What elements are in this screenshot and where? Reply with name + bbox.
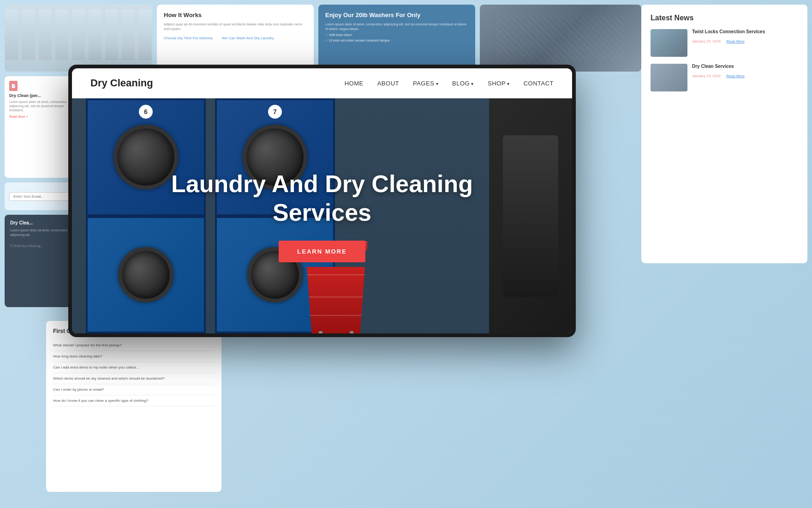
how-item-1: Choose dry Time For Delivery xyxy=(164,36,213,40)
jeans-pattern xyxy=(496,15,625,62)
news-title-2: Dry Clean Services xyxy=(692,64,745,69)
news-content-1: Twist Locks Connection Services January … xyxy=(692,29,765,44)
news-thumb-1 xyxy=(651,29,687,57)
nav-link-shop[interactable]: SHOP xyxy=(488,80,510,87)
bg-footer-panel: Dry Clea... Lorem ipsum dolor sit amet, … xyxy=(5,215,76,307)
shirt-4 xyxy=(55,9,68,60)
main-browser-window: Dry Cleaning HOME ABOUT PAGES BLOG SHOP xyxy=(68,65,576,337)
shirt-8 xyxy=(122,9,135,60)
learn-more-button[interactable]: LEARN MORE xyxy=(279,241,365,262)
news-title-1: Twist Locks Connection Services xyxy=(692,29,765,34)
how-it-works-items: Choose dry Time For Delivery We Can Wash… xyxy=(164,36,307,40)
email-input[interactable] xyxy=(9,192,72,201)
footer-title: Dry Clea... xyxy=(10,220,71,225)
shirt-3 xyxy=(39,9,52,60)
nav-link-contact[interactable]: CONTACT xyxy=(524,80,554,87)
nav-link-pages[interactable]: PAGES xyxy=(413,80,438,87)
washers-body: Lorem ipsum dolor sit amet, consectetur … xyxy=(325,22,468,31)
faq-item-5[interactable]: Can I order by phone or email? xyxy=(53,384,215,395)
bg-latest-news-panel: Latest News Twist Locks Connection Servi… xyxy=(641,5,807,263)
site-logo[interactable]: Dry Cleaning xyxy=(90,77,153,89)
news-content-2: Dry Clean Services January 15, 2020 Read… xyxy=(692,64,745,79)
nav-links-list: HOME ABOUT PAGES BLOG SHOP CONTACT xyxy=(345,79,554,87)
window-inner: Dry Cleaning HOME ABOUT PAGES BLOG SHOP xyxy=(72,68,572,333)
hero-title: Laundry And Dry CleaningServices xyxy=(171,169,473,227)
shirts-display xyxy=(5,5,152,72)
nav-link-home[interactable]: HOME xyxy=(345,80,364,87)
shirt-7 xyxy=(105,9,118,60)
news-date-1: January 15, 2020 xyxy=(692,39,721,43)
news-thumb-2 xyxy=(651,64,687,91)
news-link-1[interactable]: Read More xyxy=(726,39,745,43)
faq-item-2[interactable]: How long does cleaning take? xyxy=(53,351,215,362)
nav-item-shop[interactable]: SHOP xyxy=(488,79,510,87)
bg-shirts-panel xyxy=(5,5,152,72)
basket-body xyxy=(301,260,370,333)
dry-clean-title: Dry Clean (per... xyxy=(9,93,72,98)
news-link-2[interactable]: Read More xyxy=(726,74,745,78)
check-2: Ut enim ad minim veniam hendrerit tempor xyxy=(325,39,468,42)
how-it-works-title: How It Works xyxy=(164,12,307,18)
machine-number-6: 6 xyxy=(139,105,153,119)
faq-item-4[interactable]: Which items should be dry cleaned and wh… xyxy=(53,373,215,384)
how-item-2: We Can Wash And Dry Laundry xyxy=(222,36,274,40)
nav-link-blog[interactable]: BLOG xyxy=(452,80,474,87)
nav-item-blog[interactable]: BLOG xyxy=(452,79,474,87)
shirt-9 xyxy=(138,9,151,60)
choose-dry-label: Choose dry Time For Delivery xyxy=(164,36,213,40)
shirt-6 xyxy=(89,9,102,60)
basket-leg-left xyxy=(319,331,322,333)
machine-number-7: 7 xyxy=(268,105,282,119)
hero-content: Laundry And Dry CleaningServices LEARN M… xyxy=(171,169,473,263)
faq-item-1[interactable]: What should I prepare for the first pick… xyxy=(53,340,215,351)
check-1: Velit esse cillum xyxy=(325,33,468,37)
doc-icon: 📄 xyxy=(9,81,18,91)
navigation-bar: Dry Cleaning HOME ABOUT PAGES BLOG SHOP xyxy=(72,68,572,98)
dry-clean-body: Lorem ipsum dolor sit amet, consectetur … xyxy=(9,100,72,112)
bg-email-panel xyxy=(5,182,76,210)
hero-section: 6 7 xyxy=(72,98,572,333)
bg-dry-clean-panel: 📄 Dry Clean (per... Lorem ipsum dolor si… xyxy=(5,76,76,178)
news-item-2: Dry Clean Services January 15, 2020 Read… xyxy=(651,64,798,91)
machine-door-6-lower xyxy=(118,247,173,302)
nav-item-pages[interactable]: PAGES xyxy=(413,79,438,87)
basket-leg-right xyxy=(350,331,353,333)
machine-door-6 xyxy=(113,125,178,189)
washers-title: Enjoy Our 20lb Washers For Only xyxy=(325,12,468,18)
bg-faq-panel: First Order What should I prepare for th… xyxy=(46,321,221,492)
shirt-2 xyxy=(22,9,35,60)
shirt-1 xyxy=(6,9,18,60)
faq-item-6[interactable]: How do I know if you can clean a specifi… xyxy=(53,395,215,406)
read-more-link[interactable]: Read More > xyxy=(9,115,72,118)
shirt-5 xyxy=(72,9,85,60)
nav-item-about[interactable]: ABOUT xyxy=(377,79,399,87)
nav-item-contact[interactable]: CONTACT xyxy=(524,79,554,87)
nav-link-about[interactable]: ABOUT xyxy=(377,80,399,87)
bg-washers-panel: Enjoy Our 20lb Washers For Only Lorem ip… xyxy=(318,5,475,72)
news-item-1: Twist Locks Connection Services January … xyxy=(651,29,798,57)
faq-item-3[interactable]: Can I add extra items to my order when y… xyxy=(53,362,215,373)
latest-news-title: Latest News xyxy=(651,14,798,22)
how-it-works-body: Adipisci quae ab illo inventore veritati… xyxy=(164,22,307,31)
nav-item-home[interactable]: HOME xyxy=(345,79,364,87)
wash-dry-label: We Can Wash And Dry Laundry xyxy=(222,36,274,40)
footer-copyright: © 2020 Dry Cleaning... xyxy=(10,244,71,248)
news-date-2: January 15, 2020 xyxy=(692,74,721,78)
jeans-texture xyxy=(480,5,641,72)
footer-body: Lorem ipsum dolor sit amet, consectetur … xyxy=(10,228,71,237)
bg-how-it-works-panel: How It Works Adipisci quae ab illo inven… xyxy=(157,5,314,72)
bg-jeans-photo xyxy=(480,5,641,72)
